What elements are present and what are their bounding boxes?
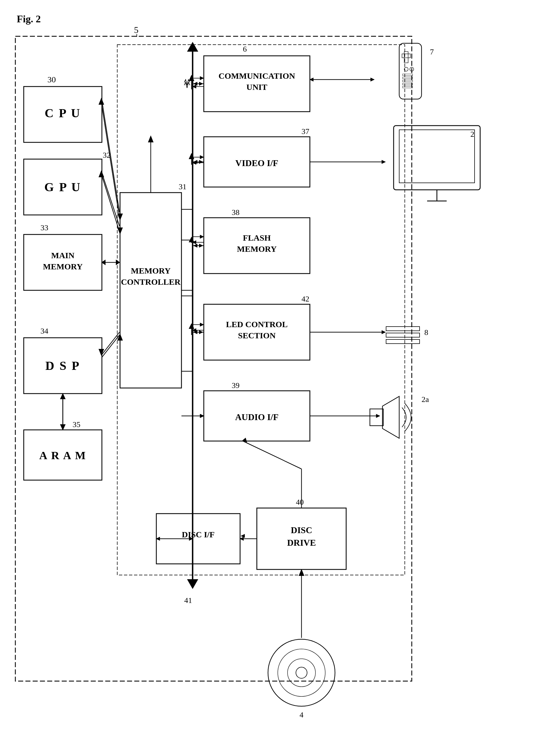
speaker-cone bbox=[382, 397, 399, 438]
comm-unit-label2: UNIT bbox=[246, 82, 267, 92]
main-memory-label2: MEMORY bbox=[43, 262, 83, 271]
cpu-label: C P U bbox=[45, 106, 81, 120]
speaker-wave1 bbox=[402, 408, 406, 427]
bus-video-arrow-right bbox=[199, 160, 203, 164]
remote-dpad-h bbox=[402, 54, 411, 58]
label-37: 37 bbox=[301, 127, 309, 136]
label-30: 30 bbox=[47, 75, 56, 84]
tv-screen-inner bbox=[399, 130, 475, 183]
disc-drive-label1: DISC bbox=[291, 525, 312, 535]
disc-drive-label2: DRIVE bbox=[287, 537, 316, 548]
video-tv-arrow bbox=[382, 160, 386, 164]
led-control-label1: LED CONTROL bbox=[226, 320, 288, 329]
bus-flash-arrow-left bbox=[193, 244, 197, 248]
dsp-mc-line bbox=[102, 335, 119, 357]
mc-up-arrow bbox=[148, 135, 154, 142]
cpu-mc-line1 bbox=[102, 106, 119, 218]
remote-body bbox=[399, 43, 422, 99]
label-6: 6 bbox=[243, 45, 247, 53]
label-41: 41 bbox=[184, 596, 192, 605]
main-memory-label1: MAIN bbox=[51, 251, 75, 260]
diagram-svg: Fig. 2 5 C P U 30 G P U 32 MAIN MEMORY 3… bbox=[0, 0, 560, 752]
disc-if-label1: DISC I/F bbox=[182, 530, 215, 539]
led-control-label2: SECTION bbox=[238, 331, 276, 340]
gpu-mc-line1 bbox=[102, 176, 119, 232]
label-38: 38 bbox=[232, 208, 240, 217]
audio-if-label: AUDIO I/F bbox=[235, 412, 279, 422]
comm-unit-label1: COMMUNICATION bbox=[219, 71, 295, 80]
label-31: 31 bbox=[179, 182, 186, 191]
led-bar-arrow bbox=[382, 330, 386, 334]
label-8: 8 bbox=[424, 328, 428, 337]
label-34: 34 bbox=[40, 327, 48, 335]
bus-arrow-down bbox=[187, 579, 198, 589]
led-bar-3 bbox=[386, 340, 420, 344]
flash-memory-label1: FLASH bbox=[243, 233, 271, 242]
label-5: 5 bbox=[134, 25, 138, 35]
bus-flash-arrow-right bbox=[199, 244, 203, 248]
mc-dsp-line bbox=[102, 332, 119, 354]
disc-center bbox=[296, 667, 307, 678]
remote-btn6 bbox=[403, 83, 413, 85]
led-bar-2 bbox=[386, 333, 420, 337]
disc-outer bbox=[268, 639, 335, 706]
label-2: 2 bbox=[471, 130, 474, 139]
speaker-wave2 bbox=[405, 403, 411, 431]
bus-led-arrow-right bbox=[199, 330, 203, 334]
led-bar-1 bbox=[386, 327, 420, 331]
label-35: 35 bbox=[73, 420, 80, 429]
comm-ext-arrow1 bbox=[371, 78, 375, 82]
video-if-label: VIDEO I/F bbox=[235, 158, 278, 168]
flash-memory-label2: MEMORY bbox=[237, 244, 277, 253]
remote-btn3 bbox=[403, 74, 413, 76]
remote-btn7 bbox=[403, 86, 413, 88]
mm-mc-arrow bbox=[116, 260, 120, 265]
figure-title: Fig. 2 bbox=[17, 14, 41, 24]
label-40: 40 bbox=[296, 498, 304, 506]
dsp-label: D S P bbox=[45, 359, 80, 373]
disc-ring1 bbox=[278, 649, 325, 696]
bus-video-v-arrow bbox=[189, 153, 194, 159]
memory-controller-label2: CONTROLLER bbox=[121, 277, 181, 286]
memory-controller-label1: MEMORY bbox=[131, 266, 171, 275]
disc-dd-arrow bbox=[299, 569, 304, 576]
bus-comm-arrow-right bbox=[199, 82, 203, 86]
bus-flash-v-arrow bbox=[189, 237, 194, 242]
diagram-container: Fig. 2 5 C P U 30 G P U 32 MAIN MEMORY 3… bbox=[0, 0, 560, 752]
remote-btn4 bbox=[403, 77, 413, 79]
disc-ring2 bbox=[287, 659, 316, 687]
label-4: 4 bbox=[300, 710, 303, 719]
memory-controller-block bbox=[120, 192, 181, 388]
audio-speaker-arrow bbox=[376, 414, 380, 418]
bus-arrow-up bbox=[187, 42, 198, 52]
label-2a: 2a bbox=[422, 395, 429, 404]
label-39: 39 bbox=[232, 381, 240, 390]
remote-btn5 bbox=[403, 80, 413, 82]
label-42: 42 bbox=[301, 294, 309, 303]
tv-screen-outer bbox=[394, 126, 480, 190]
gpu-label: G P U bbox=[44, 180, 81, 194]
aram-label: A R A M bbox=[39, 449, 86, 462]
label-33: 33 bbox=[40, 223, 48, 232]
bus-led-v-arrow bbox=[189, 323, 194, 329]
label-7: 7 bbox=[430, 47, 434, 56]
dd-audio-line2 bbox=[243, 441, 301, 469]
